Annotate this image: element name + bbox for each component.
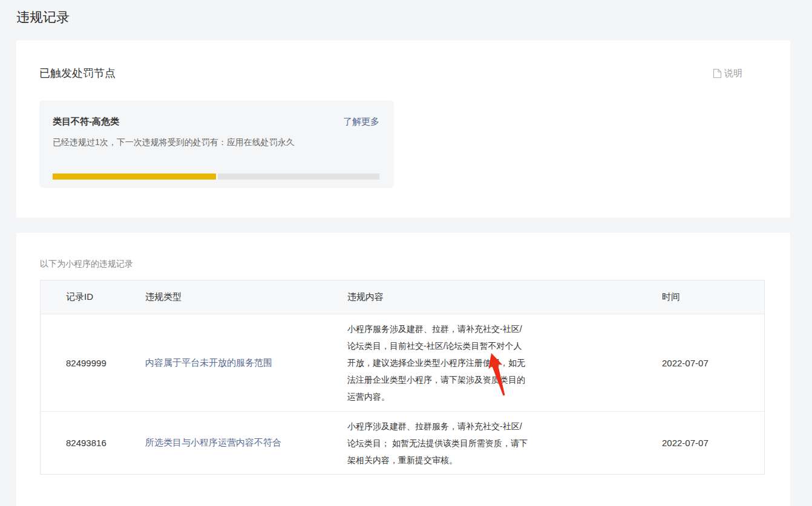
record-time: 2022-07-07 [637, 314, 764, 411]
record-time: 2022-07-07 [637, 412, 764, 474]
table-row: 82493816 所选类目与小程序运营内容不符合 小程序涉及建群、拉群服务，请补… [41, 411, 764, 474]
progress-fill [53, 174, 216, 180]
document-icon [713, 68, 722, 79]
punishment-card-title: 已触发处罚节点 [39, 66, 116, 80]
punishment-node-description: 已经违规过1次，下一次违规将受到的处罚有：应用在线处罚永久 [53, 137, 379, 148]
punishment-progress-bar [53, 174, 379, 180]
violation-type-link[interactable]: 内容属于平台未开放的服务范围 [145, 357, 272, 369]
learn-more-link[interactable]: 了解更多 [343, 116, 379, 128]
header-record-id: 记录ID [41, 281, 120, 314]
record-id: 82493816 [41, 412, 120, 474]
table-header-row: 记录ID 违规类型 违规内容 时间 [41, 281, 764, 314]
punishment-card: 已触发处罚节点 说明 类目不符-高危类 了解更多 已经违规过1次，下一次违规将受… [16, 41, 790, 218]
header-violation-content: 违规内容 [322, 281, 637, 314]
header-time: 时间 [637, 281, 764, 314]
table-row: 82499999 内容属于平台未开放的服务范围 小程序服务涉及建群、拉群，请补充… [41, 314, 764, 411]
violation-content: 小程序涉及建群、拉群服务，请补充社交-社区/论坛类目； 如暂无法提供该类目所需资… [347, 418, 530, 469]
help-link[interactable]: 说明 [713, 68, 742, 79]
records-intro: 以下为小程序的违规记录 [40, 259, 767, 270]
records-card: 以下为小程序的违规记录 记录ID 违规类型 违规内容 时间 82499999 内… [16, 233, 790, 506]
punishment-node-name: 类目不符-高危类 [53, 116, 119, 128]
page-title: 违规记录 [16, 8, 812, 27]
help-link-label: 说明 [724, 68, 742, 79]
punishment-node-panel: 类目不符-高危类 了解更多 已经违规过1次，下一次违规将受到的处罚有：应用在线处… [39, 100, 394, 188]
violation-type-link[interactable]: 所选类目与小程序运营内容不符合 [145, 437, 281, 449]
header-violation-type: 违规类型 [120, 281, 322, 314]
violation-table: 记录ID 违规类型 违规内容 时间 82499999 内容属于平台未开放的服务范… [40, 280, 765, 475]
record-id: 82499999 [41, 314, 120, 411]
progress-track [218, 174, 379, 180]
violation-content: 小程序服务涉及建群、拉群，请补充社交-社区/论坛类目，目前社交-社区/论坛类目暂… [347, 320, 530, 405]
